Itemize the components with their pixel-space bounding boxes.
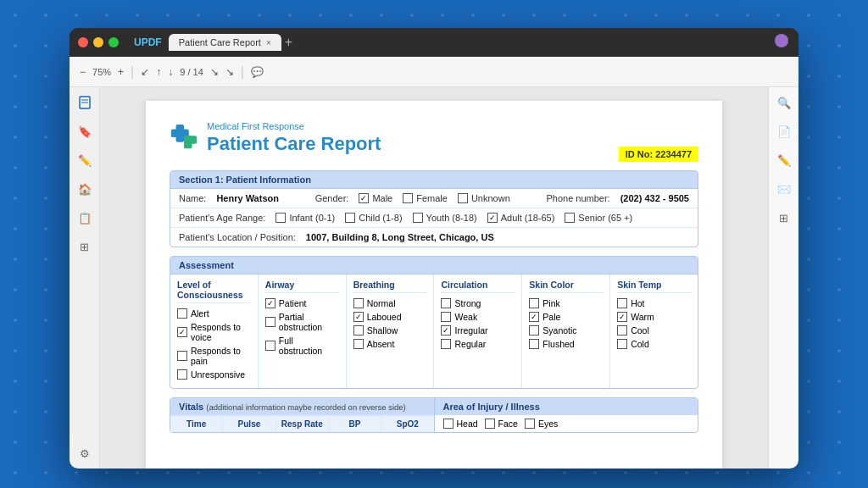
sidebar-icon-layers[interactable]: 📋 [75,208,95,228]
partial-obstruction-checkbox[interactable] [265,317,275,327]
age-child-checkbox[interactable] [345,213,355,223]
sidebar-icon-home[interactable]: 🏠 [75,179,95,199]
area-face: Face [485,419,518,429]
right-icon-document[interactable]: 📄 [774,121,794,141]
tab-close-button[interactable]: × [266,38,271,47]
absent-checkbox[interactable] [353,339,364,349]
prev-page-button[interactable]: ↑ [156,66,161,78]
full-obstruction-checkbox[interactable] [265,341,275,351]
assess-unresponsive: Unresponsive [177,369,251,380]
assess-col-breathing: Breathing Normal ✓ Laboued [347,274,435,388]
phone-label: Phone number: [546,193,609,203]
traffic-lights [78,37,119,47]
info-row-name: Name: Henry Watson Gender: ✓ Male Female [170,189,698,208]
right-icon-search[interactable]: 🔍 [774,92,794,113]
comment-button[interactable]: 💬 [251,66,264,78]
minimize-button[interactable] [93,37,103,47]
close-button[interactable] [78,37,88,47]
age-adult-checkbox[interactable]: ✓ [487,213,498,223]
regular-checkbox[interactable] [441,339,451,349]
assess-laboued: ✓ Laboued [353,312,427,322]
logo-text-block: Medical First Response Patient Care Repo… [207,121,381,155]
patient-checkbox[interactable]: ✓ [265,298,275,308]
page-indicator: 9 / 14 [180,67,203,77]
zoom-out-button[interactable]: − [80,66,86,78]
gender-unknown: Unknown [458,193,510,203]
assessment-grid: Level of Consciousness Alert ✓ Responds … [170,274,698,388]
pink-checkbox[interactable] [529,298,539,308]
vitals-col-time: Time [170,416,223,432]
zoom-in-button[interactable]: + [118,66,124,78]
phone-value: (202) 432 - 9505 [620,193,689,203]
right-sidebar: 🔍 📄 ✏️ ✉️ ⊞ [768,87,798,469]
right-icon-data[interactable]: ⊞ [774,208,794,228]
sidebar-icon-grid[interactable]: ⊞ [75,236,95,257]
maximize-button[interactable] [108,37,119,47]
vitals-title: Vitals (additional information maybe rec… [170,398,434,415]
logo-subtitle: Medical First Response [207,121,381,131]
sidebar-icon-edit[interactable]: ✏️ [75,150,95,170]
cool-checkbox[interactable] [617,325,627,336]
right-icon-mail[interactable]: ✉️ [774,179,794,199]
assess-full-obstruction: Full obstruction [265,336,339,356]
zoom-level: 75% [92,67,111,77]
vitals-subtitle: (additional information maybe recorded o… [206,402,406,412]
tab-patient-care-report[interactable]: Patient Care Report × [169,34,281,51]
flushed-checkbox[interactable] [529,339,539,349]
gender-unknown-checkbox[interactable] [458,193,468,203]
fit-page-button[interactable]: ↙ [141,66,149,78]
first-page-button[interactable]: ↘ [210,66,219,78]
face-checkbox[interactable] [485,419,495,429]
new-tab-button[interactable]: + [285,35,292,50]
assessment-header: Assessment [170,257,698,274]
area-head: Head [443,419,478,429]
syanotic-checkbox[interactable] [529,325,539,336]
shallow-checkbox[interactable] [353,325,364,336]
normal-checkbox[interactable] [353,298,364,308]
age-infant-checkbox[interactable] [275,213,286,223]
strong-checkbox[interactable] [441,298,451,308]
age-youth: Youth (8-18) [413,213,477,223]
next-page-button[interactable]: ↓ [168,66,173,78]
cold-checkbox[interactable] [617,339,627,349]
responds-voice-checkbox[interactable]: ✓ [177,327,187,337]
responds-pain-checkbox[interactable] [177,351,187,361]
assess-responds-voice: ✓ Responds to voice [177,322,251,342]
right-icon-edit[interactable]: ✏️ [774,150,794,170]
assess-irregular: ✓ Irregular [441,325,515,336]
warm-checkbox[interactable]: ✓ [617,312,627,322]
age-senior-checkbox[interactable] [565,213,575,223]
assess-col-skin-temp: Skin Temp Hot ✓ Warm Cool [610,274,698,388]
col-title-skin-temp: Skin Temp [617,280,691,293]
sidebar-icon-document[interactable] [75,92,95,113]
age-youth-checkbox[interactable] [413,213,423,223]
assess-partial-obstruction: Partial obstruction [265,312,339,332]
document: Medical First Response Patient Care Repo… [146,101,722,469]
last-page-button[interactable]: ↘ [225,66,234,78]
vitals-table-header: Time Pulse Resp Rate BP SpO2 [170,415,434,432]
head-checkbox[interactable] [443,419,453,429]
name-label: Name: [179,193,206,203]
svg-rect-6 [184,136,192,148]
laboued-checkbox[interactable]: ✓ [353,312,364,322]
vitals-header-text: Vitals [179,402,203,412]
weak-checkbox[interactable] [441,312,451,322]
alert-checkbox[interactable] [177,308,187,319]
location-label: Patient's Location / Position: [179,232,296,242]
pale-checkbox[interactable]: ✓ [529,312,539,322]
age-adult: ✓ Adult (18-65) [487,213,555,223]
doc-title-part2: Report [321,133,381,154]
vitals-right: Area of Injury / Illness Head Face [435,398,698,432]
eyes-checkbox[interactable] [525,419,535,429]
unresponsive-checkbox[interactable] [177,369,187,380]
col-title-skin-color: Skin Color [529,280,603,293]
gender-label: Gender: [315,193,349,203]
sidebar-icon-bookmark[interactable]: 🔖 [75,121,95,141]
doc-title: Patient Care Report [207,133,381,155]
gender-male-checkbox[interactable]: ✓ [359,193,369,203]
section-assessment: Assessment Level of Consciousness Alert … [170,256,698,389]
gender-female-checkbox[interactable] [403,193,413,203]
irregular-checkbox[interactable]: ✓ [441,325,451,336]
sidebar-icon-settings[interactable]: ⚙ [75,443,95,463]
hot-checkbox[interactable] [617,298,627,308]
